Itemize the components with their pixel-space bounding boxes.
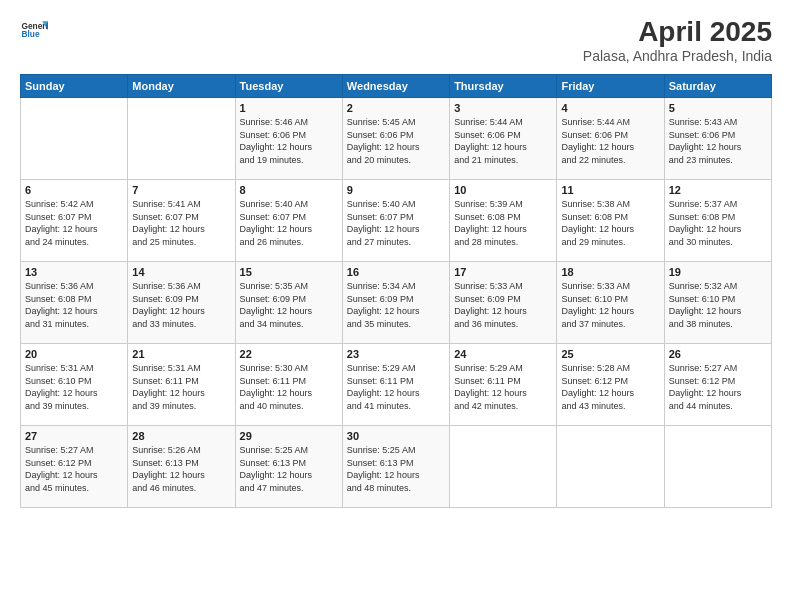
day-cell — [557, 426, 664, 508]
col-thursday: Thursday — [450, 75, 557, 98]
day-cell: 14Sunrise: 5:36 AM Sunset: 6:09 PM Dayli… — [128, 262, 235, 344]
col-saturday: Saturday — [664, 75, 771, 98]
col-monday: Monday — [128, 75, 235, 98]
day-cell: 27Sunrise: 5:27 AM Sunset: 6:12 PM Dayli… — [21, 426, 128, 508]
day-cell: 26Sunrise: 5:27 AM Sunset: 6:12 PM Dayli… — [664, 344, 771, 426]
day-info: Sunrise: 5:40 AM Sunset: 6:07 PM Dayligh… — [240, 198, 338, 248]
day-number: 6 — [25, 184, 123, 196]
day-cell: 15Sunrise: 5:35 AM Sunset: 6:09 PM Dayli… — [235, 262, 342, 344]
day-info: Sunrise: 5:36 AM Sunset: 6:08 PM Dayligh… — [25, 280, 123, 330]
day-info: Sunrise: 5:46 AM Sunset: 6:06 PM Dayligh… — [240, 116, 338, 166]
svg-text:Blue: Blue — [21, 29, 39, 39]
day-number: 19 — [669, 266, 767, 278]
calendar-subtitle: Palasa, Andhra Pradesh, India — [583, 48, 772, 64]
day-info: Sunrise: 5:36 AM Sunset: 6:09 PM Dayligh… — [132, 280, 230, 330]
calendar-table: Sunday Monday Tuesday Wednesday Thursday… — [20, 74, 772, 508]
col-friday: Friday — [557, 75, 664, 98]
day-info: Sunrise: 5:43 AM Sunset: 6:06 PM Dayligh… — [669, 116, 767, 166]
day-cell: 23Sunrise: 5:29 AM Sunset: 6:11 PM Dayli… — [342, 344, 449, 426]
day-cell — [21, 98, 128, 180]
day-cell — [128, 98, 235, 180]
day-cell: 29Sunrise: 5:25 AM Sunset: 6:13 PM Dayli… — [235, 426, 342, 508]
day-info: Sunrise: 5:42 AM Sunset: 6:07 PM Dayligh… — [25, 198, 123, 248]
day-cell: 2Sunrise: 5:45 AM Sunset: 6:06 PM Daylig… — [342, 98, 449, 180]
day-info: Sunrise: 5:41 AM Sunset: 6:07 PM Dayligh… — [132, 198, 230, 248]
day-info: Sunrise: 5:28 AM Sunset: 6:12 PM Dayligh… — [561, 362, 659, 412]
day-info: Sunrise: 5:33 AM Sunset: 6:09 PM Dayligh… — [454, 280, 552, 330]
day-cell: 16Sunrise: 5:34 AM Sunset: 6:09 PM Dayli… — [342, 262, 449, 344]
day-cell: 12Sunrise: 5:37 AM Sunset: 6:08 PM Dayli… — [664, 180, 771, 262]
day-cell: 28Sunrise: 5:26 AM Sunset: 6:13 PM Dayli… — [128, 426, 235, 508]
day-info: Sunrise: 5:39 AM Sunset: 6:08 PM Dayligh… — [454, 198, 552, 248]
day-cell: 5Sunrise: 5:43 AM Sunset: 6:06 PM Daylig… — [664, 98, 771, 180]
col-wednesday: Wednesday — [342, 75, 449, 98]
day-cell: 25Sunrise: 5:28 AM Sunset: 6:12 PM Dayli… — [557, 344, 664, 426]
day-info: Sunrise: 5:33 AM Sunset: 6:10 PM Dayligh… — [561, 280, 659, 330]
day-cell: 18Sunrise: 5:33 AM Sunset: 6:10 PM Dayli… — [557, 262, 664, 344]
header-row: Sunday Monday Tuesday Wednesday Thursday… — [21, 75, 772, 98]
day-number: 7 — [132, 184, 230, 196]
day-number: 30 — [347, 430, 445, 442]
day-number: 29 — [240, 430, 338, 442]
day-number: 1 — [240, 102, 338, 114]
day-cell — [664, 426, 771, 508]
day-cell: 8Sunrise: 5:40 AM Sunset: 6:07 PM Daylig… — [235, 180, 342, 262]
day-number: 14 — [132, 266, 230, 278]
day-info: Sunrise: 5:38 AM Sunset: 6:08 PM Dayligh… — [561, 198, 659, 248]
day-number: 21 — [132, 348, 230, 360]
day-info: Sunrise: 5:44 AM Sunset: 6:06 PM Dayligh… — [561, 116, 659, 166]
day-info: Sunrise: 5:34 AM Sunset: 6:09 PM Dayligh… — [347, 280, 445, 330]
day-info: Sunrise: 5:29 AM Sunset: 6:11 PM Dayligh… — [454, 362, 552, 412]
day-info: Sunrise: 5:35 AM Sunset: 6:09 PM Dayligh… — [240, 280, 338, 330]
week-row-2: 6Sunrise: 5:42 AM Sunset: 6:07 PM Daylig… — [21, 180, 772, 262]
day-number: 4 — [561, 102, 659, 114]
day-info: Sunrise: 5:30 AM Sunset: 6:11 PM Dayligh… — [240, 362, 338, 412]
day-info: Sunrise: 5:27 AM Sunset: 6:12 PM Dayligh… — [669, 362, 767, 412]
day-number: 5 — [669, 102, 767, 114]
week-row-1: 1Sunrise: 5:46 AM Sunset: 6:06 PM Daylig… — [21, 98, 772, 180]
day-number: 18 — [561, 266, 659, 278]
day-info: Sunrise: 5:31 AM Sunset: 6:11 PM Dayligh… — [132, 362, 230, 412]
day-info: Sunrise: 5:31 AM Sunset: 6:10 PM Dayligh… — [25, 362, 123, 412]
day-cell: 1Sunrise: 5:46 AM Sunset: 6:06 PM Daylig… — [235, 98, 342, 180]
day-number: 23 — [347, 348, 445, 360]
calendar-title: April 2025 — [583, 16, 772, 48]
day-number: 11 — [561, 184, 659, 196]
col-tuesday: Tuesday — [235, 75, 342, 98]
logo-icon: General Blue — [20, 16, 48, 44]
day-number: 28 — [132, 430, 230, 442]
day-info: Sunrise: 5:26 AM Sunset: 6:13 PM Dayligh… — [132, 444, 230, 494]
day-cell: 21Sunrise: 5:31 AM Sunset: 6:11 PM Dayli… — [128, 344, 235, 426]
title-block: April 2025 Palasa, Andhra Pradesh, India — [583, 16, 772, 64]
day-number: 9 — [347, 184, 445, 196]
day-info: Sunrise: 5:32 AM Sunset: 6:10 PM Dayligh… — [669, 280, 767, 330]
day-cell: 3Sunrise: 5:44 AM Sunset: 6:06 PM Daylig… — [450, 98, 557, 180]
day-number: 17 — [454, 266, 552, 278]
day-cell: 4Sunrise: 5:44 AM Sunset: 6:06 PM Daylig… — [557, 98, 664, 180]
header: General Blue April 2025 Palasa, Andhra P… — [20, 16, 772, 64]
day-number: 2 — [347, 102, 445, 114]
day-number: 20 — [25, 348, 123, 360]
day-number: 24 — [454, 348, 552, 360]
logo: General Blue — [20, 16, 48, 44]
day-cell: 7Sunrise: 5:41 AM Sunset: 6:07 PM Daylig… — [128, 180, 235, 262]
day-info: Sunrise: 5:37 AM Sunset: 6:08 PM Dayligh… — [669, 198, 767, 248]
week-row-3: 13Sunrise: 5:36 AM Sunset: 6:08 PM Dayli… — [21, 262, 772, 344]
day-info: Sunrise: 5:27 AM Sunset: 6:12 PM Dayligh… — [25, 444, 123, 494]
day-info: Sunrise: 5:44 AM Sunset: 6:06 PM Dayligh… — [454, 116, 552, 166]
day-info: Sunrise: 5:45 AM Sunset: 6:06 PM Dayligh… — [347, 116, 445, 166]
day-cell: 30Sunrise: 5:25 AM Sunset: 6:13 PM Dayli… — [342, 426, 449, 508]
day-cell: 22Sunrise: 5:30 AM Sunset: 6:11 PM Dayli… — [235, 344, 342, 426]
page: General Blue April 2025 Palasa, Andhra P… — [0, 0, 792, 612]
day-info: Sunrise: 5:25 AM Sunset: 6:13 PM Dayligh… — [347, 444, 445, 494]
week-row-4: 20Sunrise: 5:31 AM Sunset: 6:10 PM Dayli… — [21, 344, 772, 426]
day-cell: 13Sunrise: 5:36 AM Sunset: 6:08 PM Dayli… — [21, 262, 128, 344]
day-number: 16 — [347, 266, 445, 278]
day-cell: 10Sunrise: 5:39 AM Sunset: 6:08 PM Dayli… — [450, 180, 557, 262]
day-cell: 9Sunrise: 5:40 AM Sunset: 6:07 PM Daylig… — [342, 180, 449, 262]
day-cell: 11Sunrise: 5:38 AM Sunset: 6:08 PM Dayli… — [557, 180, 664, 262]
day-info: Sunrise: 5:29 AM Sunset: 6:11 PM Dayligh… — [347, 362, 445, 412]
day-number: 12 — [669, 184, 767, 196]
day-number: 13 — [25, 266, 123, 278]
day-number: 22 — [240, 348, 338, 360]
